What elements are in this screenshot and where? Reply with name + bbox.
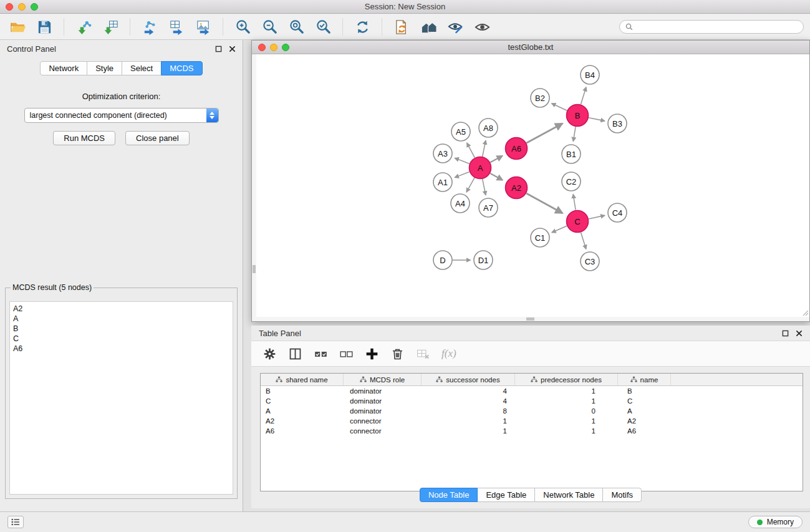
graph-node-A7[interactable]: A7 [479, 198, 498, 217]
memory-button[interactable]: Memory [748, 516, 803, 528]
minimize-window-button[interactable] [18, 3, 26, 11]
mcds-result-item[interactable]: A6 [13, 344, 229, 354]
graph-edge-A-A2[interactable] [490, 173, 503, 180]
graph-edge-A-A4[interactable] [466, 178, 475, 192]
network-canvas-svg[interactable]: B4B2BB3A5A8A6B1A3AA1C2A2A4A7C4C1CC3DD1 [256, 54, 809, 317]
mcds-result-item[interactable]: B [13, 324, 229, 334]
tab-select[interactable]: Select [122, 61, 162, 75]
resize-grip-icon[interactable] [801, 309, 809, 316]
select-all-columns-button[interactable] [312, 346, 329, 362]
column-header-name[interactable]: name [618, 374, 671, 385]
network-window-titlebar[interactable]: testGlobe.txt [252, 41, 809, 54]
graph-edge-A2-C[interactable] [526, 193, 562, 213]
graph-node-C3[interactable]: C3 [581, 252, 599, 271]
zoom-window-button[interactable] [31, 3, 38, 11]
graph-node-C2[interactable]: C2 [562, 172, 581, 191]
dropdown-stepper[interactable] [206, 109, 218, 122]
graph-edge-A-A7[interactable] [483, 179, 486, 195]
graph-edge-B-B2[interactable] [552, 104, 567, 110]
close-network-window-button[interactable] [258, 44, 266, 51]
search-input[interactable] [636, 22, 798, 31]
table-row[interactable]: A2connector11A2 [261, 416, 803, 426]
graph-edge-C-C1[interactable] [552, 226, 567, 232]
graph-node-C4[interactable]: C4 [608, 203, 627, 222]
graph-node-A1[interactable]: A1 [433, 173, 452, 191]
graph-node-A4[interactable]: A4 [451, 194, 470, 213]
export-table-button[interactable] [165, 16, 188, 37]
task-history-button[interactable] [7, 516, 24, 528]
column-header-predecessor-nodes[interactable]: predecessor nodes [515, 374, 618, 385]
deselect-all-columns-button[interactable] [338, 346, 354, 362]
graph-edge-A-A3[interactable] [455, 158, 469, 163]
graph-node-B1[interactable]: B1 [562, 145, 581, 163]
function-builder-button[interactable]: f(x) [440, 347, 456, 360]
create-column-button[interactable] [364, 346, 380, 362]
zoom-network-window-button[interactable] [282, 44, 289, 51]
home-button[interactable] [417, 16, 440, 37]
graph-edge-A-A1[interactable] [455, 172, 469, 178]
show-details-button[interactable] [471, 16, 493, 37]
tab-network[interactable]: Network [40, 61, 87, 75]
graph-node-B2[interactable]: B2 [531, 89, 549, 107]
graph-edge-C-C3[interactable] [581, 233, 586, 249]
delete-column-button[interactable] [389, 346, 405, 362]
graph-edge-B-B1[interactable] [573, 127, 576, 141]
graph-edge-A-A5[interactable] [467, 143, 475, 158]
zoom-selected-button[interactable] [312, 16, 334, 37]
graph-node-A[interactable]: A [470, 157, 491, 179]
open-panels-button[interactable] [390, 16, 413, 37]
graph-node-D1[interactable]: D1 [474, 251, 493, 269]
column-header-shared-name[interactable]: shared name [261, 374, 344, 385]
tab-motifs[interactable]: Motifs [602, 488, 642, 502]
graph-edge-A-A8[interactable] [483, 140, 486, 157]
graph-node-A3[interactable]: A3 [433, 144, 452, 163]
graph-node-D[interactable]: D [433, 251, 452, 269]
mcds-result-item[interactable]: A [13, 314, 229, 324]
table-settings-button[interactable] [261, 346, 277, 362]
scrollbar-thumb[interactable] [253, 265, 256, 273]
export-network-button[interactable] [138, 16, 161, 37]
mcds-result-list[interactable]: A2ABCA6 [9, 301, 233, 495]
graph-node-C1[interactable]: C1 [531, 228, 549, 247]
close-window-button[interactable] [6, 3, 13, 11]
zoom-out-button[interactable] [258, 16, 281, 37]
graph-edge-C-C4[interactable] [589, 215, 605, 219]
mcds-result-item[interactable]: C [13, 334, 229, 344]
close-panel-button-label[interactable]: Close panel [125, 131, 190, 145]
zoom-in-button[interactable] [231, 16, 254, 37]
float-table-panel-button[interactable] [781, 329, 789, 337]
tab-edge-table[interactable]: Edge Table [477, 488, 535, 502]
network-canvas[interactable]: B4B2BB3A5A8A6B1A3AA1C2A2A4A7C4C1CC3DD1 [256, 54, 809, 317]
criterion-dropdown[interactable]: largest connected component (directed) [24, 108, 219, 123]
graph-edge-A6-B[interactable] [526, 123, 562, 143]
tab-network-table[interactable]: Network Table [534, 488, 603, 502]
table-row[interactable]: Adominator80A [261, 406, 803, 416]
run-mcds-button[interactable]: Run MCDS [53, 131, 115, 145]
export-image-button[interactable] [192, 16, 215, 37]
minimize-network-window-button[interactable] [270, 44, 277, 51]
mcds-result-item[interactable]: A2 [13, 304, 229, 314]
graph-node-C[interactable]: C [567, 211, 589, 233]
close-panel-button[interactable] [228, 45, 236, 52]
table-row[interactable]: A6connector11A6 [261, 426, 803, 436]
open-file-button[interactable] [6, 16, 29, 37]
zoom-fit-button[interactable] [285, 16, 307, 37]
graph-node-A2[interactable]: A2 [506, 177, 528, 199]
scrollbar-thumb[interactable] [526, 317, 534, 321]
float-panel-button[interactable] [215, 45, 222, 52]
show-columns-button[interactable] [287, 346, 303, 362]
graph-node-A8[interactable]: A8 [479, 118, 498, 137]
horizontal-scrollbar[interactable] [252, 317, 809, 321]
import-table-button[interactable] [99, 16, 122, 37]
annotations-button[interactable] [444, 16, 466, 37]
column-header-MCDS-role[interactable]: MCDS role [344, 374, 422, 385]
close-table-panel-button[interactable] [795, 329, 803, 337]
table-row[interactable]: Cdominator41C [261, 396, 803, 406]
graph-node-A6[interactable]: A6 [506, 138, 528, 160]
graph-edge-C-C2[interactable] [573, 194, 576, 210]
tab-style[interactable]: Style [87, 61, 122, 75]
graph-edge-B-B3[interactable] [589, 118, 605, 121]
graph-edge-A-A6[interactable] [490, 156, 502, 162]
table-row[interactable]: Bdominator41B [261, 386, 803, 396]
tab-node-table[interactable]: Node Table [420, 488, 478, 502]
